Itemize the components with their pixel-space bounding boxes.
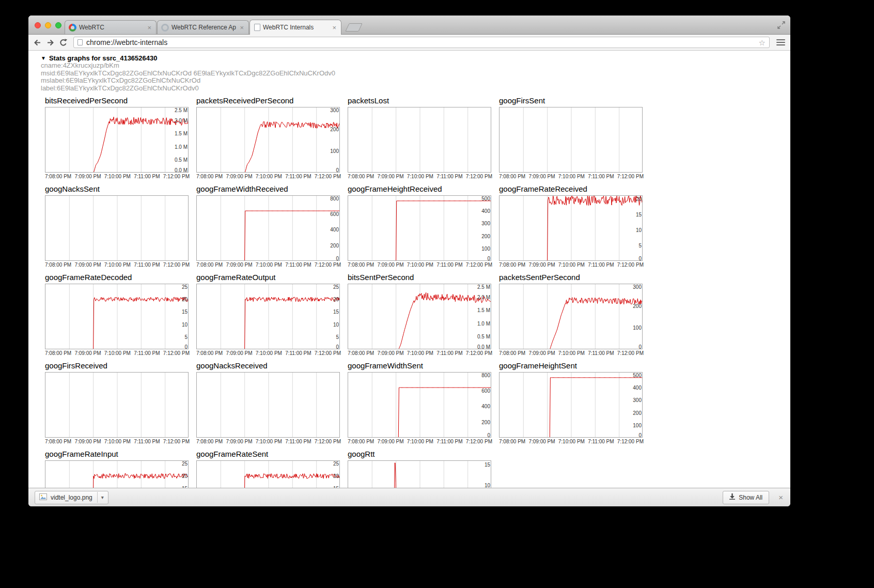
tab-close-icon[interactable]: ×	[331, 24, 337, 31]
page-icon	[77, 39, 83, 45]
x-axis-label: 7:08:00 PM	[499, 350, 525, 357]
y-axis-tick: 200	[633, 410, 642, 416]
toolbar: chrome://webrtc-internals ☆	[28, 35, 790, 51]
x-axis-label: 7:09:00 PM	[528, 174, 555, 180]
y-axis-tick: 2.5 M	[477, 284, 490, 290]
x-axis-label: 7:11:00 PM	[285, 262, 311, 268]
show-all-label: Show All	[739, 494, 762, 501]
x-axis-label: 7:12:00 PM	[466, 350, 492, 357]
y-axis-tick: 200	[330, 127, 339, 132]
x-axis-label: 7:10:00 PM	[407, 174, 433, 180]
webrtc-logo-icon	[69, 24, 76, 32]
x-axis-label: 7:08:00 PM	[499, 262, 525, 268]
y-axis-tick: 100	[330, 148, 339, 154]
chart-plot: 8006004002000	[196, 195, 340, 261]
y-axis-tick: 300	[633, 284, 642, 290]
x-axis-label: 7:11:00 PM	[134, 350, 160, 357]
chart-plot: 151050	[348, 460, 491, 488]
chart-title: packetsSentPerSecond	[499, 273, 644, 284]
chart-plot: 8006004002000	[348, 372, 491, 438]
y-axis-tick: 300	[481, 221, 490, 226]
tab-webrtc-reference-app[interactable]: WebRTC Reference App ×	[157, 20, 249, 34]
x-axis-label: 7:09:00 PM	[377, 350, 403, 357]
x-axis-label: 7:11:00 PM	[285, 439, 311, 445]
menu-icon[interactable]	[775, 38, 786, 47]
x-axis-label: 7:09:00 PM	[226, 439, 252, 445]
x-axis-label: 7:08:00 PM	[348, 350, 374, 357]
chart-packetsSentPerSecond: packetsSentPerSecond30020010007:08:00 PM…	[499, 273, 644, 357]
forward-button[interactable]	[45, 38, 55, 47]
x-axis-labels: 7:08:00 PM7:09:00 PM7:10:00 PM7:11:00 PM…	[499, 350, 644, 357]
chart-plot: 3002001000	[499, 284, 643, 349]
chart-googFrameHeightReceived: googFrameHeightReceived50040030020010007…	[348, 184, 492, 268]
x-axis-label: 7:11:00 PM	[436, 439, 462, 445]
y-axis-tick: 1.0 M	[477, 321, 490, 327]
x-axis-label: 7:12:00 PM	[315, 262, 341, 268]
x-axis-labels: 7:08:00 PM7:09:00 PM7:10:00 PM7:11:00 PM…	[499, 174, 644, 180]
chart-googRtt: googRtt1510507:08:00 PM7:09:00 PM7:10:00…	[348, 450, 492, 488]
x-axis-label: 7:09:00 PM	[74, 439, 101, 445]
x-axis-label: 7:12:00 PM	[617, 174, 644, 180]
chart-title: googFrameWidthSent	[348, 361, 492, 372]
tab-webrtc-internals[interactable]: WebRTC Internals ×	[249, 20, 341, 35]
download-item[interactable]: vidtel_logo.png ▾	[35, 491, 108, 504]
y-axis-tick: 20	[182, 297, 188, 302]
tab-webrtc[interactable]: WebRTC ×	[65, 20, 157, 34]
chart-packetsReceivedPerSecond: packetsReceivedPerSecond30020010007:08:0…	[196, 96, 341, 180]
omnibox[interactable]: chrome://webrtc-internals ☆	[73, 37, 770, 48]
x-axis-label: 7:08:00 PM	[196, 262, 223, 268]
chart-googFrameHeightSent: googFrameHeightSent50040030020010007:08:…	[499, 361, 644, 445]
y-axis-tick: 200	[330, 243, 339, 249]
x-axis-label: 7:12:00 PM	[315, 174, 341, 180]
y-axis-tick: 100	[633, 423, 642, 428]
y-axis-tick: 400	[330, 227, 339, 233]
y-axis-tick: 15	[636, 212, 642, 218]
x-axis-label: 7:11:00 PM	[436, 350, 462, 357]
y-axis-tick: 400	[633, 385, 642, 391]
x-axis-label: 7:08:00 PM	[196, 439, 223, 445]
x-axis-label: 7:09:00 PM	[74, 262, 101, 268]
chart-title: googFirsReceived	[45, 361, 190, 372]
chart-googNacksSent: googNacksSent7:08:00 PM7:09:00 PM7:10:00…	[45, 184, 190, 268]
new-tab-button[interactable]	[345, 23, 362, 32]
bookmark-star-icon[interactable]: ☆	[759, 39, 766, 47]
tab-close-icon[interactable]: ×	[146, 24, 152, 31]
x-axis-labels: 7:08:00 PM7:09:00 PM7:10:00 PM7:11:00 PM…	[196, 350, 341, 357]
chart-plot: 5004003002001000	[348, 195, 491, 261]
titlebar: WebRTC × WebRTC Reference App × WebRTC I…	[28, 16, 790, 35]
fullscreen-icon[interactable]	[777, 21, 785, 31]
y-axis-tick: 0.5 M	[175, 157, 188, 163]
chart-plot: 20151050	[499, 195, 643, 261]
chart-title: bitsSentPerSecond	[348, 273, 492, 284]
show-all-button[interactable]: Show All	[723, 491, 769, 504]
shelf-right: Show All ×	[723, 491, 784, 504]
y-axis-tick: 25	[333, 284, 339, 290]
chart-plot	[45, 195, 189, 261]
stat-msid: msid:6E9laEYkyxlkTCxDgc82ZGoEhlCfxNuCKrO…	[41, 70, 790, 78]
x-axis-label: 7:09:00 PM	[377, 439, 403, 445]
chart-plot	[499, 107, 643, 173]
x-axis-labels: 7:08:00 PM7:09:00 PM7:10:00 PM7:11:00 PM…	[348, 439, 492, 445]
reload-button[interactable]	[58, 38, 68, 47]
shelf-close-icon[interactable]: ×	[777, 493, 784, 502]
browser-window: WebRTC × WebRTC Reference App × WebRTC I…	[28, 16, 790, 506]
tab-close-icon[interactable]: ×	[239, 24, 245, 31]
x-axis-label: 7:09:00 PM	[226, 350, 252, 357]
y-axis-tick: 0.0 M	[477, 344, 490, 349]
download-menu-arrow-icon[interactable]: ▾	[97, 492, 105, 503]
chart-googFirsSent: googFirsSent7:08:00 PM7:09:00 PM7:10:00 …	[499, 96, 644, 180]
window-zoom-button[interactable]	[55, 22, 61, 28]
chart-googFrameRateSent: googFrameRateSent25201510507:08:00 PM7:0…	[196, 450, 341, 488]
back-button[interactable]	[33, 38, 42, 47]
y-axis-tick: 1.5 M	[175, 131, 188, 136]
stats-graphs-header[interactable]: ▼ Stats graphs for ssrc_4136526430	[41, 54, 790, 62]
window-close-button[interactable]	[35, 22, 41, 28]
y-axis-tick: 15	[182, 309, 188, 315]
x-axis-label: 7:08:00 PM	[45, 439, 71, 445]
x-axis-labels: 7:08:00 PM7:09:00 PM7:10:00 PM7:11:00 PM…	[348, 174, 492, 180]
chart-plot	[348, 107, 491, 173]
window-minimize-button[interactable]	[45, 22, 51, 28]
x-axis-labels: 7:08:00 PM7:09:00 PM7:10:00 PM7:11:00 PM…	[499, 262, 644, 268]
chart-title: packetsLost	[348, 96, 492, 107]
y-axis-tick: 0	[336, 256, 339, 261]
